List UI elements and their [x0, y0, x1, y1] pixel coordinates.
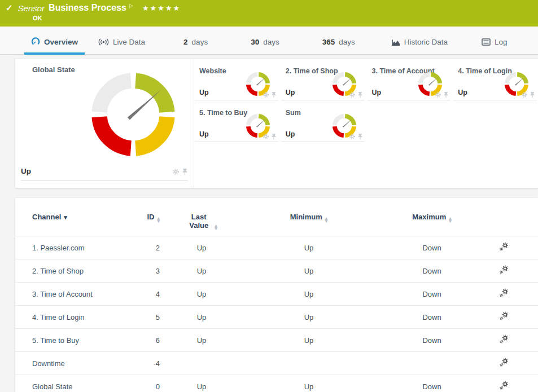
gear-icon[interactable]: [349, 91, 356, 98]
tab-number: 365: [322, 38, 335, 46]
table-row: 5. Time to Buy 6 Up Up Down: [15, 329, 538, 352]
table-row: 1. Paessler.com 2 Up Up Down: [15, 236, 538, 259]
last-value: [168, 352, 235, 375]
channel-id: -4: [137, 352, 168, 375]
pin-icon[interactable]: [443, 91, 449, 98]
channel-name: 2. Time of Shop: [15, 259, 137, 283]
tab-overview[interactable]: Overview: [24, 37, 85, 54]
column-header-id[interactable]: ID▴▾: [137, 198, 168, 236]
maximum-value: Down: [382, 283, 482, 306]
gauge-status-value: Up: [286, 130, 295, 138]
tab-30-days[interactable]: 30 days: [244, 38, 286, 54]
channel-id: 5: [137, 306, 168, 329]
gauge-icon: [31, 37, 40, 46]
channel-settings-icon[interactable]: [499, 311, 509, 321]
channel-name: 5. Time to Buy: [15, 329, 137, 352]
channel-id: 4: [137, 283, 168, 306]
channel-settings-icon[interactable]: [499, 265, 509, 275]
table-row: Downtime -4: [15, 352, 538, 375]
last-value: Up: [168, 236, 235, 259]
maximum-value: Down: [382, 306, 482, 329]
gauge-needle: [343, 77, 352, 86]
sort-desc-icon: ▾: [64, 214, 67, 221]
channel-settings-icon[interactable]: [499, 242, 509, 252]
table-row: 3. Time of Account 4 Up Up Down: [15, 283, 538, 306]
minimum-value: [235, 352, 382, 375]
gauge-status-value: Up: [199, 130, 209, 138]
gauge-title: Global State: [32, 65, 75, 74]
tab-label: Overview: [44, 38, 78, 46]
gear-icon[interactable]: [263, 91, 269, 98]
live-data-icon: [98, 38, 109, 46]
channel-settings-icon[interactable]: [499, 358, 509, 367]
gauge-status-value: Up: [286, 89, 295, 96]
channel-gauges-grid: Website Up 2. Time o: [195, 62, 537, 142]
tab-live-data[interactable]: Live Data: [91, 38, 152, 54]
gauge-needle: [256, 77, 266, 86]
priority-stars[interactable]: ★★★★★: [142, 4, 181, 12]
status-badge: OK: [33, 15, 538, 21]
area-chart-icon: [391, 38, 400, 46]
column-header-maximum[interactable]: Maximum▴▾: [382, 198, 482, 236]
pin-icon[interactable]: [357, 133, 363, 140]
channels-table: Channel▾ ID▴▾ Last Value▴▾ Minimum▴▾ Max…: [15, 198, 538, 392]
gauge-panel-website: Website Up: [195, 62, 278, 100]
maximum-value: Down: [382, 259, 482, 283]
tab-365-days[interactable]: 365 days: [316, 38, 362, 54]
gear-icon[interactable]: [172, 168, 180, 175]
gauge-title: 5. Time to Buy: [199, 109, 247, 117]
pin-icon[interactable]: [182, 168, 188, 175]
table-header-row: Channel▾ ID▴▾ Last Value▴▾ Minimum▴▾ Max…: [15, 198, 538, 236]
gear-icon[interactable]: [263, 133, 269, 140]
minimum-value: Up: [235, 306, 382, 329]
channel-id: 0: [137, 375, 168, 392]
minimum-value: Up: [235, 375, 382, 392]
minimum-value: Up: [235, 259, 382, 283]
tab-number: 2: [183, 38, 188, 46]
pin-icon[interactable]: [357, 91, 363, 98]
gauge-needle: [128, 90, 161, 120]
gear-icon[interactable]: [349, 133, 356, 140]
page-title: Business Process: [49, 3, 126, 13]
column-header-channel[interactable]: Channel▾: [15, 198, 137, 236]
gear-icon[interactable]: [521, 91, 528, 98]
pin-icon[interactable]: [271, 133, 277, 140]
maximum-value: Down: [382, 329, 482, 352]
gauge-panel-global-state: Global State Up: [15, 59, 194, 188]
maximum-value: Down: [382, 236, 482, 259]
gauge-panel-time-of-login: 4. Time of Login Up: [453, 62, 537, 100]
last-value: Up: [168, 329, 235, 352]
tab-historic-data[interactable]: Historic Data: [384, 38, 454, 54]
channel-settings-icon[interactable]: [499, 334, 509, 344]
tab-label: Log: [495, 38, 508, 46]
gauge-needle: [428, 77, 438, 86]
gear-icon[interactable]: [435, 91, 441, 98]
flag-icon[interactable]: ⚐: [128, 3, 133, 10]
table-row: 2. Time of Shop 3 Up Up Down: [15, 259, 538, 283]
overview-gauges-panel: Global State Up Websit: [15, 59, 538, 188]
tab-label: days: [192, 38, 208, 46]
sort-icon: ▴▾: [157, 217, 160, 223]
pin-icon[interactable]: [530, 91, 535, 98]
maximum-value: Down: [382, 375, 482, 392]
pin-icon[interactable]: [271, 91, 277, 98]
channel-name: Downtime: [15, 352, 137, 375]
tab-settings[interactable]: Settings: [535, 38, 538, 54]
channel-settings-icon[interactable]: [499, 288, 509, 298]
minimum-value: Up: [235, 283, 382, 306]
gauge-panel-time-of-account: 3. Time of Account Up: [368, 62, 451, 100]
column-header-actions: [482, 198, 538, 236]
gauge-title: Sum: [286, 109, 301, 117]
column-header-last-value[interactable]: Last Value▴▾: [168, 198, 235, 236]
tab-log[interactable]: Log: [475, 38, 514, 54]
gauge-title: Website: [199, 67, 226, 75]
table-row: 4. Time of Login 5 Up Up Down: [15, 306, 538, 329]
channel-name: 3. Time of Account: [15, 283, 137, 306]
gauge-status-value: Up: [372, 89, 382, 96]
column-header-minimum[interactable]: Minimum▴▾: [235, 198, 382, 236]
tab-label: days: [263, 38, 279, 46]
ok-check-icon: ✓: [6, 3, 13, 13]
tab-2-days[interactable]: 2 days: [177, 38, 215, 54]
gauge-needle: [343, 119, 352, 127]
channel-settings-icon[interactable]: [499, 381, 509, 390]
